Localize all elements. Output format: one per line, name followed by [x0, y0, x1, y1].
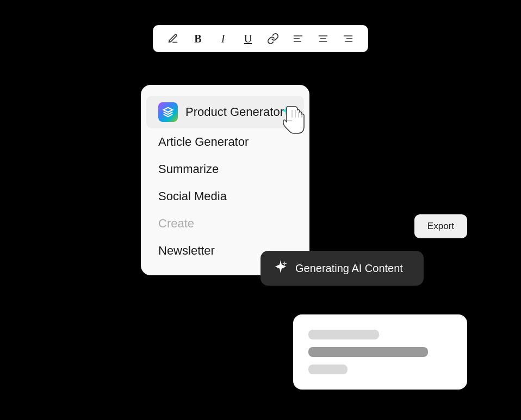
menu-item-product-generator[interactable]: Product Generator	[146, 96, 304, 128]
underline-icon[interactable]: U	[240, 31, 256, 46]
align-left-icon[interactable]	[290, 31, 306, 46]
export-button[interactable]: Export	[414, 214, 467, 238]
menu-item-label: Create	[158, 217, 194, 231]
skeleton-line-1	[308, 330, 379, 339]
ai-generator-menu: Product Generator Article Generator Summ…	[141, 85, 309, 275]
menu-item-label: Newsletter	[158, 244, 215, 258]
skeleton-line-3	[308, 365, 348, 374]
menu-item-label: Product Generator	[185, 105, 284, 119]
content-preview-card	[293, 314, 467, 390]
align-right-icon[interactable]	[340, 31, 356, 46]
menu-item-create[interactable]: Create	[146, 210, 304, 237]
sparkle-icon	[280, 105, 292, 120]
ai-toast-label: Generating AI Content	[295, 262, 403, 275]
sparkle-icon	[274, 260, 288, 277]
italic-icon[interactable]: I	[215, 31, 231, 46]
text-formatting-toolbar: B I U	[153, 25, 368, 52]
link-icon[interactable]	[265, 31, 281, 46]
menu-item-label: Article Generator	[158, 135, 249, 149]
align-center-icon[interactable]	[315, 31, 331, 46]
menu-item-label: Summarize	[158, 162, 219, 176]
menu-item-social-media[interactable]: Social Media	[146, 183, 304, 210]
menu-item-summarize[interactable]: Summarize	[146, 156, 304, 183]
pen-icon[interactable]	[165, 31, 181, 46]
bold-icon[interactable]: B	[190, 31, 206, 46]
app-logo-icon	[158, 102, 178, 122]
ai-generating-toast: Generating AI Content	[260, 251, 424, 286]
menu-item-label: Social Media	[158, 189, 227, 203]
skeleton-line-2	[308, 347, 428, 357]
menu-item-article-generator[interactable]: Article Generator	[146, 128, 304, 156]
